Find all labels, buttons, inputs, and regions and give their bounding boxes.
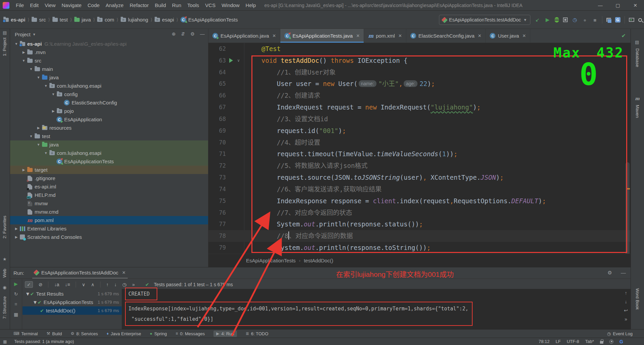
fold-gutter-icon[interactable]: ∨ [237, 55, 240, 67]
tool-window-button-Java Enterprise[interactable]: ♦Java Enterprise [107, 331, 141, 337]
sort-alphabetically-icon[interactable]: ↓a [54, 282, 59, 287]
translate-icon[interactable]: G [615, 17, 620, 23]
notifications-icon[interactable] [609, 340, 613, 344]
error-stripe-mark[interactable] [626, 188, 630, 189]
indent-info[interactable]: Tab* [585, 339, 594, 344]
tree-chevron-icon[interactable]: ▼ [50, 92, 56, 96]
tree-chevron-icon[interactable]: ▶ [21, 168, 27, 172]
code-line-67[interactable]: 67 IndexRequest request = new IndexReque… [208, 101, 631, 113]
menu-item-build[interactable]: Build [152, 2, 169, 8]
tree-item-mvnw.cmd[interactable]: mvnw.cmd [10, 208, 208, 216]
hide-panel-icon[interactable]: ― [200, 31, 205, 37]
tree-item-es-api[interactable]: ▼es-apiG:\Learning Java\G_es\es-api\es-a… [10, 40, 208, 48]
tool-window-button-4: Run[interactable]: ▶4: Run [213, 331, 237, 337]
close-icon[interactable]: ✕ [356, 33, 360, 38]
tree-chevron-icon[interactable]: ▼ [13, 42, 19, 46]
menu-item-code[interactable]: Code [84, 2, 103, 8]
tool-button-web[interactable]: Web [2, 269, 7, 278]
next-test-icon[interactable]: ↓ [114, 282, 117, 287]
tree-item-ElasticSearchConfig[interactable]: CElasticSearchConfig [10, 98, 208, 107]
scroll-down-icon[interactable]: ↓ [625, 299, 627, 304]
show-passed-icon[interactable]: ✓ [25, 281, 33, 288]
tree-item-mvnw[interactable]: mvnw [10, 199, 208, 208]
breadcrumb-item-esapi[interactable]: esapi [155, 17, 174, 23]
tool-window-button-0: Messages[interactable]: ≡0: Messages [176, 331, 205, 337]
tool-window-button-8: Services[interactable]: ⚙8: Services [71, 331, 98, 337]
event-log-button[interactable]: ◷ Event Log [607, 331, 633, 336]
strip-icon[interactable]: ◉ [3, 285, 6, 290]
menu-item-navigate[interactable]: Navigate [58, 2, 84, 8]
tool-button-project[interactable]: 1: Project [2, 38, 7, 56]
import-tests-icon[interactable]: ▦ [14, 312, 18, 317]
tree-chevron-icon[interactable]: ▶ [50, 109, 56, 113]
tree-item-test[interactable]: ▼test [10, 132, 208, 140]
editor-scrollbar[interactable] [626, 162, 630, 260]
tree-chevron-icon[interactable]: ▼ [21, 59, 27, 62]
test-tree-item-EsApiApplicationTests[interactable]: ▼✔EsApiApplicationTests1 s 679 ms [23, 298, 122, 306]
menu-item-window[interactable]: Window [218, 2, 242, 8]
tree-item-src[interactable]: ▼src [10, 56, 208, 65]
menu-item-analyze[interactable]: Analyze [103, 2, 126, 8]
tree-item-EsApiApplicationTests[interactable]: CEsApiApplicationTests [10, 157, 208, 166]
tree-item-main[interactable]: ▼main [10, 65, 208, 73]
tool-window-switcher-icon[interactable]: ▦ [3, 339, 7, 344]
breadcrumb-item-java[interactable]: java [74, 17, 91, 23]
pin-icon[interactable]: ⌗ [15, 301, 17, 307]
rerun-failed-icon[interactable]: ↻ [14, 291, 18, 297]
code-line-70[interactable]: 70 //4、超时设置 [208, 137, 631, 148]
breadcrumb-item-es-api[interactable]: es-api [3, 17, 25, 23]
code-line-76[interactable]: 76 //7、对应命令返回的状态 [208, 207, 631, 219]
debug-icon[interactable] [555, 17, 559, 23]
tree-item-pom.xml[interactable]: mpom.xml [10, 216, 208, 224]
tree-chevron-icon[interactable]: ▼ [43, 151, 49, 155]
breadcrumb-item-com[interactable]: com [97, 17, 114, 23]
tree-item-resources[interactable]: ▶resources [10, 124, 208, 132]
code-line-79[interactable]: 79 System.out.println(response.toString(… [208, 242, 631, 254]
inspections-ok-icon[interactable]: ✔ [621, 33, 626, 39]
strip-icon[interactable]: ▤ [635, 40, 639, 45]
collapse-all-icon[interactable]: ∧ [91, 282, 94, 287]
tree-item-java[interactable]: ▼java [10, 73, 208, 82]
run-configuration-select[interactable]: EsApiApplicationTests.testAddDoc ▼ [439, 15, 530, 25]
tree-chevron-icon[interactable]: ▼ [36, 143, 41, 146]
run-icon[interactable]: ▶ [545, 17, 551, 23]
tool-window-button-Build[interactable]: ⚒Build [46, 331, 62, 337]
minimize-button[interactable]: — [592, 0, 609, 11]
menu-item-run[interactable]: Run [169, 2, 185, 8]
tab-EsApiApplication.java[interactable]: CEsApiApplication.java✕ [208, 29, 280, 43]
tree-item-HELP.md[interactable]: HELP.md [10, 191, 208, 199]
close-button[interactable]: ✕ [627, 0, 644, 11]
strip-icon[interactable]: ★ [3, 257, 7, 262]
previous-test-icon[interactable]: ↑ [106, 282, 109, 287]
tool-button-favorites[interactable]: 2: Favorites [2, 216, 7, 239]
tree-chevron-icon[interactable]: ▶ [13, 227, 19, 230]
code-line-68[interactable]: 68 //3、设置文档id [208, 113, 631, 125]
attach-icon[interactable]: ● [582, 17, 588, 23]
caret-position[interactable]: 78:12 [539, 339, 550, 344]
tab-User.java[interactable]: CUser.java✕ [486, 29, 530, 43]
more-icon[interactable]: » [625, 316, 627, 322]
code-line-78[interactable]: 78 //8、对应命令返回的数据 [208, 230, 631, 242]
tree-item-Scratches and Consoles[interactable]: ▶Scratches and Consoles [10, 233, 208, 241]
run-test-gutter-icon[interactable] [229, 58, 233, 63]
stop-icon[interactable]: ■ [592, 17, 598, 23]
hide-panel-icon[interactable]: ― [621, 270, 626, 276]
tree-item-com.lujiahong.esapi[interactable]: ▼com.lujiahong.esapi [10, 149, 208, 157]
code-line-73[interactable]: 73 request.source(JSON.toJSONString(user… [208, 172, 631, 183]
sort-by-duration-icon[interactable]: ↓≡ [65, 282, 70, 287]
menu-item-file[interactable]: File [13, 2, 27, 8]
code-editor[interactable]: 62 @Test63∨ void testAddDoc() throws IOE… [208, 43, 631, 254]
code-line-75[interactable]: 75 IndexResponse response = client.index… [208, 195, 631, 207]
more-icon[interactable]: » [132, 282, 135, 287]
soft-wrap-icon[interactable]: ↩ [624, 308, 628, 313]
settings-icon[interactable]: ⚙ [190, 31, 195, 37]
code-line-66[interactable]: 66 //2、创建请求 [208, 90, 631, 101]
breadcrumb-item-src[interactable]: src [32, 17, 46, 23]
maximize-button[interactable]: ▢ [609, 0, 627, 11]
tool-button-structure[interactable]: 7: Structure [2, 296, 7, 319]
menu-item-edit[interactable]: Edit [27, 2, 42, 8]
collapse-all-icon[interactable]: ⇵ [181, 31, 185, 37]
strip-icon[interactable]: ▤ [3, 30, 7, 35]
line-ending[interactable]: LF [556, 339, 561, 344]
tree-item-target[interactable]: ▶target [10, 166, 208, 174]
